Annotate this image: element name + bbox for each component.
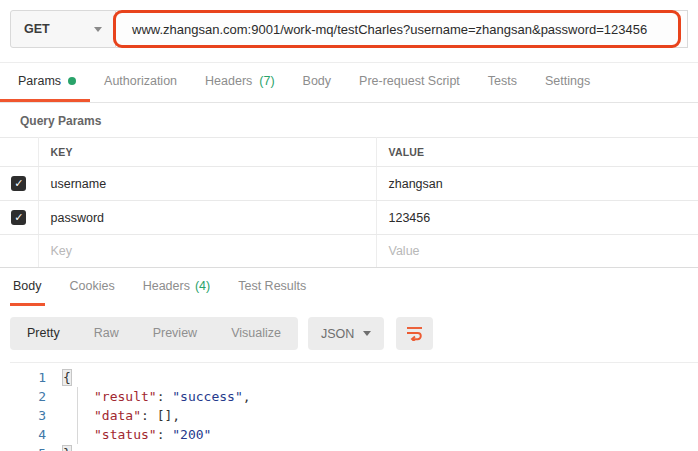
view-mode-raw[interactable]: Raw <box>77 317 136 350</box>
param-cell-value[interactable]: zhangsan <box>376 167 698 201</box>
response-tab-test-results[interactable]: Test Results <box>235 268 309 306</box>
request-url-bar: GET www.zhangsan.com:9001/work-mq/testCh… <box>10 10 688 48</box>
view-mode-pretty[interactable]: Pretty <box>10 317 77 350</box>
param-value-text: zhangsan <box>389 177 443 191</box>
params-header-row: KEY VALUE <box>0 138 698 167</box>
response-tab-cookies[interactable]: Cookies <box>67 268 118 306</box>
param-cell-key-placeholder[interactable]: Key <box>38 235 376 268</box>
url-input[interactable]: www.zhangsan.com:9001/work-mq/testCharle… <box>116 10 688 48</box>
param-cell-value-placeholder[interactable]: Value <box>376 235 698 268</box>
value-placeholder-text: Value <box>389 244 420 258</box>
query-params-title: Query Params <box>0 103 698 137</box>
wrap-lines-button[interactable] <box>396 317 433 350</box>
json-key-token: "result" <box>94 389 157 404</box>
method-dropdown[interactable]: GET <box>10 10 116 48</box>
tab-label: Headers <box>205 74 252 88</box>
array-token: [], <box>157 408 180 423</box>
param-row-password: password 123456 <box>0 201 698 235</box>
json-key-token: "data" <box>94 408 141 423</box>
tab-label: Params <box>18 74 61 88</box>
code-line: 3 "data": [], <box>10 406 698 425</box>
separator-token: : <box>141 408 157 423</box>
json-key-token: "status" <box>94 427 157 442</box>
param-key-text: username <box>51 177 107 191</box>
json-value-token: "200" <box>172 427 211 442</box>
url-text: www.zhangsan.com:9001/work-mq/testCharle… <box>132 22 647 37</box>
tab-label: Test Results <box>238 279 306 293</box>
line-number: 3 <box>10 406 46 425</box>
open-brace-token: { <box>63 370 71 385</box>
param-row-username: username zhangsan <box>0 167 698 201</box>
separator-token: : <box>157 389 173 404</box>
response-tab-body[interactable]: Body <box>10 268 45 306</box>
param-value-text: 123456 <box>389 211 431 225</box>
tab-label: Headers <box>143 279 190 293</box>
tab-label: Settings <box>545 74 590 88</box>
view-mode-switcher: Pretty Raw Preview Visualize <box>10 317 298 350</box>
param-enabled-checkbox[interactable] <box>11 210 26 225</box>
line-number: 4 <box>10 425 46 444</box>
format-label: JSON <box>321 327 354 341</box>
param-cell-enabled <box>0 235 38 268</box>
tab-label: Cookies <box>70 279 115 293</box>
tab-headers[interactable]: Headers (7) <box>191 63 289 102</box>
tab-params[interactable]: Params <box>0 63 90 102</box>
line-number: 5 <box>10 444 46 451</box>
header-cell-enabled <box>0 138 38 167</box>
text-wrap-icon <box>406 326 423 341</box>
response-tab-headers[interactable]: Headers (4) <box>140 268 214 306</box>
code-line: 2 "result": "success", <box>10 387 698 406</box>
param-cell-value[interactable]: 123456 <box>376 201 698 235</box>
param-row-empty: Key Value <box>0 235 698 268</box>
headers-count-badge: (7) <box>259 74 274 88</box>
key-placeholder-text: Key <box>51 244 73 258</box>
param-key-text: password <box>51 211 105 225</box>
view-mode-preview[interactable]: Preview <box>136 317 214 350</box>
tab-label: Authorization <box>104 74 177 88</box>
tab-authorization[interactable]: Authorization <box>90 63 191 102</box>
param-cell-enabled <box>0 201 38 235</box>
separator-token: : <box>157 427 173 442</box>
tab-label: Body <box>303 74 332 88</box>
chevron-down-icon <box>94 27 102 32</box>
code-line: 1 { <box>10 368 698 387</box>
format-dropdown[interactable]: JSON <box>308 317 384 350</box>
header-cell-value: VALUE <box>376 138 698 167</box>
line-number: 2 <box>10 387 46 406</box>
request-tabs: Params Authorization Headers (7) Body Pr… <box>0 62 698 103</box>
tab-label: Body <box>13 279 42 293</box>
param-cell-key[interactable]: password <box>38 201 376 235</box>
tab-body[interactable]: Body <box>289 63 346 102</box>
params-green-dot-icon <box>68 77 76 85</box>
tab-label: Tests <box>488 74 517 88</box>
indent-guide-line <box>77 387 78 444</box>
tab-settings[interactable]: Settings <box>531 63 604 102</box>
tab-tests[interactable]: Tests <box>474 63 531 102</box>
view-mode-visualize[interactable]: Visualize <box>214 317 298 350</box>
code-line: 4 "status": "200" <box>10 425 698 444</box>
close-brace-token: } <box>63 446 71 451</box>
chevron-down-icon <box>363 331 371 336</box>
param-enabled-checkbox[interactable] <box>11 176 26 191</box>
json-value-token: "success" <box>172 389 242 404</box>
line-number: 1 <box>10 368 46 387</box>
response-headers-count-badge: (4) <box>195 279 210 293</box>
method-label: GET <box>24 22 50 36</box>
response-tabs: Body Cookies Headers (4) Test Results <box>0 268 698 306</box>
response-body-editor[interactable]: 1 { 2 "result": "success", 3 "data": [],… <box>10 362 698 451</box>
tab-label: Pre-request Script <box>359 74 460 88</box>
comma-token: , <box>243 389 251 404</box>
response-toolbar: Pretty Raw Preview Visualize JSON <box>10 317 698 350</box>
param-cell-enabled <box>0 167 38 201</box>
tab-pre-request-script[interactable]: Pre-request Script <box>345 63 474 102</box>
param-cell-key[interactable]: username <box>38 167 376 201</box>
header-cell-key: KEY <box>38 138 376 167</box>
code-line: 5 } <box>10 444 698 451</box>
query-params-table: KEY VALUE username zhangsan password 123… <box>0 137 698 268</box>
